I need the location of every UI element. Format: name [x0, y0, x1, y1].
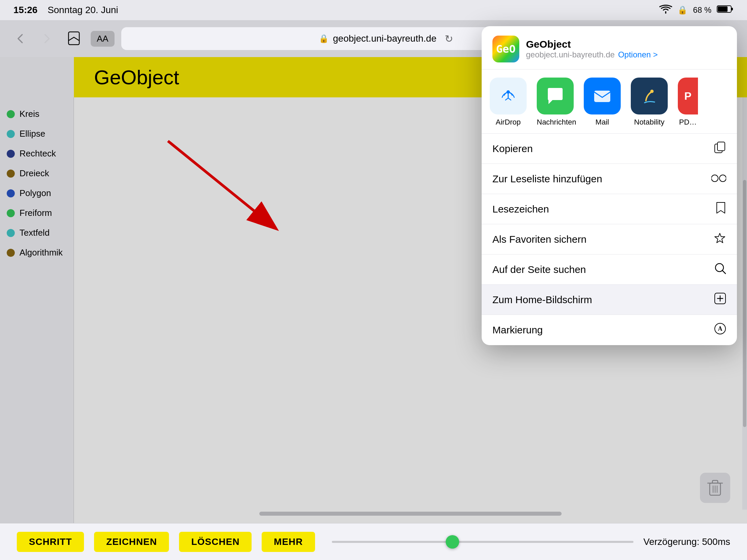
leseliste-label: Zur Leseliste hinzufügen [492, 173, 602, 185]
share-menu-home-bildschirm[interactable]: Zum Home-Bildschirm [482, 285, 737, 315]
url-text: geobject.uni-bayreuth.de [333, 33, 436, 44]
battery-icon [717, 4, 733, 16]
mail-label: Mail [595, 118, 609, 127]
share-apps-row: AirDrop Nachrichten Mail [482, 70, 737, 134]
svg-point-17 [719, 175, 726, 182]
share-menu-markierung[interactable]: Markierung A [482, 315, 737, 345]
pd-label: PD… [679, 118, 697, 127]
share-app-airdrop[interactable]: AirDrop [490, 78, 527, 127]
share-app-url: geobject.uni-bayreuth.de [526, 50, 615, 59]
share-options-link[interactable]: Optionen > [618, 50, 658, 59]
svg-point-13 [650, 90, 654, 93]
share-menu-suchen[interactable]: Auf der Seite suchen [482, 255, 737, 285]
share-menu-favoriten[interactable]: Als Favoriten sichern [482, 224, 737, 255]
share-menu-lesezeichen[interactable]: Lesezeichen [482, 194, 737, 224]
share-header: GeO GeObject geobject.uni-bayreuth.de Op… [482, 26, 737, 70]
loschen-button[interactable]: LÖSCHEN [179, 532, 252, 552]
kopieren-icon [714, 141, 726, 156]
status-time: 15:26 [14, 5, 37, 16]
kopieren-label: Kopieren [492, 143, 533, 155]
share-app-nachrichten[interactable]: Nachrichten [537, 78, 574, 127]
svg-point-16 [712, 175, 718, 182]
home-bildschirm-label: Zum Home-Bildschirm [492, 294, 592, 305]
pd-icon: P [678, 78, 698, 114]
share-app-icon: GeO [492, 35, 519, 62]
schritt-button[interactable]: SCHRITT [17, 532, 84, 552]
share-app-name: GeObject [526, 38, 726, 50]
suchen-icon [714, 262, 726, 277]
share-menu-leseliste[interactable]: Zur Leseliste hinzufügen [482, 164, 737, 194]
delay-label: Verzögerung: 500ms [644, 536, 730, 547]
back-button[interactable] [10, 29, 30, 49]
lesezeichen-icon [716, 201, 726, 217]
svg-rect-3 [69, 32, 79, 45]
nachrichten-label: Nachrichten [537, 118, 574, 127]
ssl-lock-icon: 🔒 [319, 34, 329, 43]
share-app-info: GeObject geobject.uni-bayreuth.de Option… [526, 38, 726, 59]
share-app-pd[interactable]: P PD… [678, 78, 698, 127]
favoriten-label: Als Favoriten sichern [492, 234, 587, 245]
wifi-icon [659, 4, 672, 16]
airdrop-icon [490, 78, 527, 114]
mehr-button[interactable]: MEHR [262, 532, 315, 552]
slider-thumb[interactable] [446, 535, 459, 549]
airdrop-label: AirDrop [496, 118, 521, 127]
forward-button[interactable] [37, 29, 57, 49]
svg-rect-15 [717, 142, 725, 151]
share-menu-kopieren[interactable]: Kopieren [482, 134, 737, 164]
share-app-notability[interactable]: Notability [631, 78, 668, 127]
svg-rect-1 [731, 8, 733, 10]
svg-rect-12 [594, 91, 610, 102]
svg-text:A: A [718, 325, 722, 332]
suchen-label: Auf der Seite suchen [492, 264, 586, 275]
leseliste-icon [712, 172, 726, 185]
messages-icon [537, 78, 574, 114]
svg-rect-2 [718, 6, 727, 12]
share-sheet: GeO GeObject geobject.uni-bayreuth.de Op… [482, 26, 737, 345]
reload-button[interactable]: ↻ [440, 30, 457, 47]
bottom-bar: SCHRITT ZEICHNEN LÖSCHEN MEHR Verzögerun… [0, 523, 747, 560]
delay-slider-container [332, 541, 634, 543]
bookmark-button[interactable] [64, 29, 84, 49]
mail-icon [584, 78, 621, 114]
status-icons: 🔒 68 % [659, 4, 733, 16]
lock-icon: 🔒 [677, 5, 688, 15]
notability-label: Notability [634, 118, 664, 127]
status-date: Sonntag 20. Juni [48, 5, 118, 16]
home-bildschirm-icon [714, 292, 726, 307]
slider-track[interactable] [332, 541, 634, 543]
share-app-mail[interactable]: Mail [584, 78, 621, 127]
favoriten-icon [714, 232, 726, 247]
lesezeichen-label: Lesezeichen [492, 204, 549, 215]
markierung-label: Markierung [492, 324, 543, 336]
zeichnen-button[interactable]: ZEICHNEN [94, 532, 169, 552]
markierung-icon: A [714, 323, 726, 338]
status-bar: 15:26 Sonntag 20. Juni 🔒 68 % [0, 0, 747, 20]
aa-button[interactable]: AA [91, 31, 114, 47]
notability-icon [631, 78, 668, 114]
battery-level: 68 % [693, 5, 712, 15]
